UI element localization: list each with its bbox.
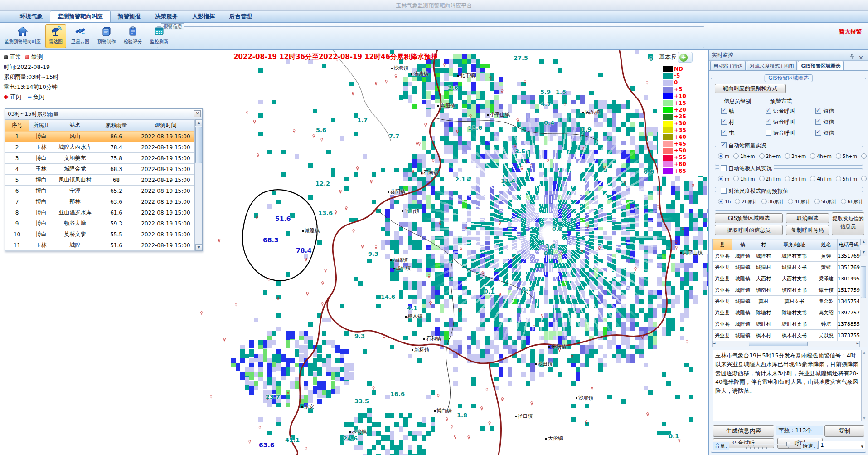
table-row[interactable]: 1博白凤山86.62022-08-19 15:00 bbox=[5, 131, 196, 142]
panel-tab-GIS预警区域圈选[interactable]: GIS预警区域圈选 bbox=[798, 61, 844, 70]
contacts-vscrollbar[interactable]: ▲ ▼ bbox=[860, 239, 867, 347]
group-legend[interactable]: 自动站极大风实况 bbox=[719, 165, 774, 172]
radio-option-6h累计[interactable]: 6h累计 bbox=[841, 199, 864, 204]
level-checkbox-屯[interactable]: 屯 bbox=[721, 129, 734, 137]
extract-sms-button[interactable]: 提取发短信的信息员 bbox=[832, 212, 864, 235]
table-row[interactable]: 兴业县城隍镇塘肚村塘肚村支书钟塔137885534 bbox=[713, 318, 860, 330]
radio-option-1h[interactable]: 1h bbox=[718, 199, 732, 204]
table-row[interactable]: 11玉林城隍51.62022-08-19 15:00 bbox=[5, 240, 196, 251]
table-row[interactable]: 10博白英桥文黎55.52022-08-19 15:00 bbox=[5, 229, 196, 240]
message-textarea[interactable]: 玉林市气象台19日5时15分发布暴雨橙色预警信号：4时以来兴业县城隍大西水库已出… bbox=[713, 350, 861, 421]
scrollbar-thumb[interactable] bbox=[861, 266, 866, 298]
toolbar-button-卫星云图[interactable]: 卫星云图 bbox=[68, 24, 92, 48]
menu-tab-环境气象[interactable]: 环境气象 bbox=[13, 11, 50, 22]
radio-option-4h+m[interactable]: 4h+m bbox=[810, 153, 832, 159]
extract-call-button[interactable]: 提取呼叫的信息员 bbox=[715, 225, 783, 235]
rain-table[interactable]: 序号所属县站名累积雨量观测时间1博白凤山86.62022-08-19 15:00… bbox=[5, 119, 196, 251]
table-row[interactable]: 兴业县城隍镇城隍村城隍村支书黄铸135176975 bbox=[713, 250, 860, 262]
menu-tab-预警预报[interactable]: 预警预报 bbox=[111, 11, 148, 22]
scrollbar-thumb[interactable] bbox=[749, 342, 808, 346]
level-checkbox-镇[interactable]: 镇 bbox=[721, 108, 734, 115]
table-row[interactable]: 兴业县城隍镇大西村大西村支书梁泽建130149571 bbox=[713, 273, 860, 284]
scroll-up-icon[interactable]: ▲ bbox=[195, 119, 202, 126]
table-row[interactable]: 4玉林城隍金党68.32022-08-19 15:00 bbox=[5, 164, 196, 175]
gis-circle-select-button[interactable]: GIS预警区域圈选 bbox=[715, 213, 783, 223]
toolbar-button-预警制作[interactable]: 预警制作 bbox=[94, 24, 119, 48]
scroll-down-icon[interactable]: ▼ bbox=[863, 416, 865, 420]
radio-option-2h累计[interactable]: 2h累计 bbox=[735, 199, 758, 204]
contacts-col-header[interactable]: 电话号码 bbox=[838, 239, 860, 250]
radio-option-4h+m[interactable]: 4h+m bbox=[810, 176, 832, 181]
radio-option-m[interactable]: m bbox=[718, 176, 730, 181]
rain-col-header[interactable]: 所属县 bbox=[29, 120, 53, 131]
rain-col-header[interactable]: 序号 bbox=[5, 120, 29, 131]
rain-col-header[interactable]: 累积雨量 bbox=[97, 120, 136, 131]
rain-window-titlebar[interactable]: 03时~15时累积雨量 ✕ bbox=[5, 109, 202, 119]
scrollbar-thumb[interactable] bbox=[195, 127, 202, 163]
scroll-up-icon[interactable]: ▲ bbox=[860, 239, 867, 245]
table-row[interactable]: 5博白凤山镇凤山村682022-08-19 15:00 bbox=[5, 175, 196, 186]
contacts-col-header[interactable]: 职务/地址 bbox=[774, 239, 815, 250]
sms-checkbox[interactable]: 短信 bbox=[815, 118, 834, 126]
radio-option-12h+m[interactable]: 12h+m bbox=[861, 176, 868, 181]
table-row[interactable]: 兴业县城隍镇莫村莫村支书覃金乾134575405 bbox=[713, 296, 860, 307]
close-icon[interactable]: × bbox=[858, 52, 863, 63]
radio-option-3h累计[interactable]: 3h累计 bbox=[761, 199, 785, 204]
contacts-hscrollbar[interactable]: ◄ ► bbox=[712, 341, 860, 347]
table-row[interactable]: 8博白亚山温罗水库61.62022-08-19 15:00 bbox=[5, 207, 196, 218]
table-row[interactable]: 兴业县城隍镇陈塘村陈塘村支书莫文绍139775796 bbox=[713, 307, 860, 318]
message-scrollbar[interactable]: ▲ ▼ bbox=[861, 350, 868, 421]
radio-option-3h+m[interactable]: 3h+m bbox=[785, 153, 807, 159]
panel-tab-对流尺度模式+地图[interactable]: 对流尺度模式+地图 bbox=[747, 61, 797, 70]
generate-message-button[interactable]: 生成信息内容 bbox=[713, 425, 774, 437]
contacts-col-header[interactable]: 村 bbox=[753, 239, 774, 250]
contacts-col-header[interactable]: 镇 bbox=[732, 239, 753, 250]
voice-call-checkbox[interactable]: 语音呼叫 bbox=[766, 108, 795, 115]
table-row[interactable]: 7博白那林63.62022-08-19 15:00 bbox=[5, 196, 196, 207]
sms-checkbox[interactable]: 短信 bbox=[815, 129, 834, 137]
scroll-left-icon[interactable]: ◄ bbox=[713, 342, 715, 345]
radio-option-4h累计[interactable]: 4h累计 bbox=[788, 199, 811, 204]
table-row[interactable]: 2玉林城隍大西水库78.42022-08-19 15:00 bbox=[5, 142, 196, 153]
table-row[interactable]: 9博白顿谷大塘59.32022-08-19 15:00 bbox=[5, 218, 196, 229]
panel-tab-自动站+雷达[interactable]: 自动站+雷达 bbox=[710, 61, 746, 70]
radio-option-12h+m[interactable]: 12h+m bbox=[861, 153, 868, 159]
toolbar-button-监测预警靶向叫应[interactable]: 监测预警靶向叫应 bbox=[2, 24, 44, 48]
menu-tab-后台管理[interactable]: 后台管理 bbox=[222, 11, 259, 22]
toolbar-button-检验评分[interactable]: 检验评分 bbox=[121, 24, 145, 48]
group-legend[interactable]: 对流尺度模式降雨预报值 bbox=[719, 187, 790, 195]
contacts-col-header[interactable]: 姓名 bbox=[815, 239, 838, 250]
cancel-select-button[interactable]: 取消圈选 bbox=[786, 213, 829, 223]
copy-numbers-button[interactable]: 复制呼叫号码 bbox=[786, 225, 829, 235]
scroll-down-icon[interactable]: ▼ bbox=[195, 244, 202, 251]
pin-icon[interactable] bbox=[850, 52, 854, 63]
radio-option-5h累计[interactable]: 5h累计 bbox=[814, 199, 837, 204]
voice-call-checkbox[interactable]: 语音呼叫 bbox=[766, 118, 795, 126]
copy-button[interactable]: 复制 bbox=[824, 425, 864, 437]
menu-tab-监测预警靶向叫应[interactable]: 监测预警靶向叫应 bbox=[50, 10, 111, 22]
table-row[interactable]: 兴业县城隍镇枫木村枫木村支书吴以悦137375511 bbox=[713, 330, 860, 341]
expand-icon[interactable]: + bbox=[679, 54, 688, 62]
group-legend[interactable]: 自动站雨量实况 bbox=[719, 142, 768, 150]
rain-col-header[interactable]: 站名 bbox=[53, 120, 97, 131]
speed-combobox[interactable]: 1 bbox=[818, 441, 865, 449]
scroll-up-icon[interactable]: ▲ bbox=[863, 351, 865, 355]
radio-option-2h+m[interactable]: 2h+m bbox=[759, 176, 781, 181]
table-row[interactable]: 兴业县城隍镇城隍村城隍村支书黄铸135176975 bbox=[713, 262, 860, 273]
radio-option-3h+m[interactable]: 3h+m bbox=[785, 176, 807, 181]
contacts-table[interactable]: 县镇村职务/地址姓名电话号码兴业县城隍镇城隍村城隍村支书黄铸135176975兴… bbox=[712, 239, 860, 341]
table-row[interactable]: 6博白宁潭65.22022-08-19 15:00 bbox=[5, 186, 196, 196]
voice-call-checkbox[interactable]: 语音呼叫 bbox=[766, 129, 795, 137]
radio-option-5h+m[interactable]: 5h+m bbox=[836, 153, 858, 159]
menu-tab-决策服务[interactable]: 决策服务 bbox=[148, 11, 185, 22]
table-row[interactable]: 兴业县城隍镇镇南村镇南村支书谭于模151775946 bbox=[713, 284, 860, 296]
toolbar-button-雷达图[interactable]: 雷达图 bbox=[45, 24, 66, 48]
radio-option-2h+m[interactable]: 2h+m bbox=[759, 153, 781, 159]
rain-table-scrollbar[interactable]: ▲ ▼ bbox=[194, 119, 202, 251]
volume-slider[interactable] bbox=[733, 442, 794, 450]
contacts-col-header[interactable]: 县 bbox=[713, 239, 732, 250]
radio-option-5h+m[interactable]: 5h+m bbox=[836, 176, 858, 181]
radio-option-1h+m[interactable]: 1h+m bbox=[733, 153, 756, 159]
sms-checkbox[interactable]: 短信 bbox=[815, 108, 834, 115]
radio-option-1h+m[interactable]: 1h+m bbox=[733, 176, 756, 181]
